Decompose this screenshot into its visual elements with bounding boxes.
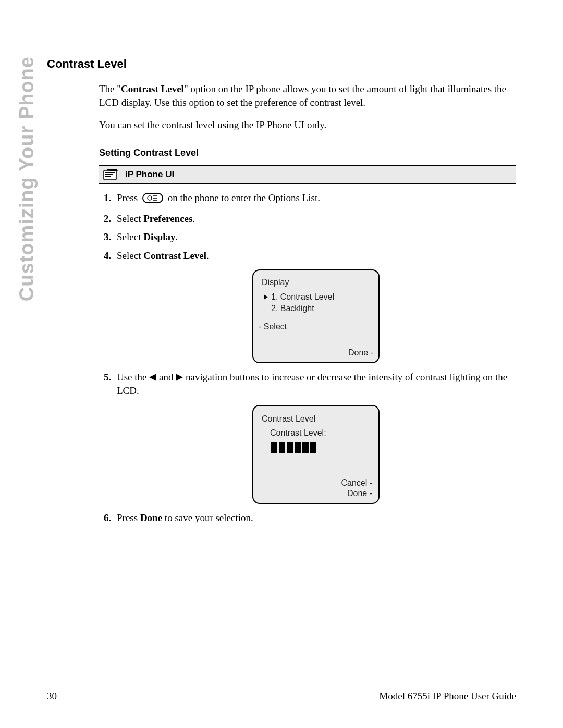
svg-rect-3	[105, 176, 111, 177]
contrast-bar	[295, 442, 301, 453]
lcd-softkey-done: Done -	[259, 347, 373, 359]
step-4: Select Contrast Level. Display 1. Contra…	[114, 249, 516, 364]
contrast-bar	[310, 442, 316, 453]
lcd2-title: Contrast Level	[262, 413, 372, 425]
svg-rect-1	[105, 172, 115, 173]
lcd-menu: 1. Contrast Level 2. Backlight	[264, 291, 373, 314]
intro-paragraph-1: The "Contrast Level" option on the IP ph…	[99, 82, 516, 109]
footer-rule	[47, 683, 516, 683]
steps-list: Press on the phone to enter the Options …	[99, 191, 516, 524]
selection-arrow-icon	[264, 294, 268, 300]
page-content: Contrast Level The "Contrast Level" opti…	[47, 57, 516, 524]
page-footer: 30 Model 6755i IP Phone User Guide	[47, 690, 516, 702]
lcd2-softkeys: Cancel - Done -	[260, 478, 372, 499]
contrast-bar	[271, 442, 277, 453]
phone-ui-icon	[103, 169, 120, 180]
lcd2-label: Contrast Level:	[270, 427, 372, 439]
lcd2-softkey-done: Done -	[260, 488, 372, 499]
step-1: Press on the phone to enter the Options …	[114, 191, 516, 207]
lcd-title: Display	[262, 277, 373, 288]
page-number: 30	[47, 690, 57, 702]
nav-left-icon	[149, 374, 156, 381]
options-button-icon	[142, 193, 163, 207]
step-3: Select Display.	[114, 230, 516, 244]
lcd-display-menu: Display 1. Contrast Level 2. Backlight -…	[252, 269, 380, 363]
intro-block: The "Contrast Level" option on the IP ph…	[99, 82, 516, 132]
nav-right-icon	[176, 374, 183, 381]
contrast-bar	[302, 442, 309, 453]
ui-band: IP Phone UI	[99, 164, 516, 184]
contrast-bars	[271, 442, 372, 453]
ui-band-label: IP Phone UI	[125, 169, 174, 180]
lcd-menu-item-2: 2. Backlight	[264, 303, 373, 314]
step-5: Use the and navigation buttons to increa…	[114, 371, 516, 503]
svg-rect-2	[105, 174, 113, 175]
manual-page: Customizing Your Phone Contrast Level Th…	[0, 0, 563, 728]
contrast-bar	[279, 442, 285, 453]
subsection-title: Setting Contrast Level	[99, 147, 516, 158]
lcd-softkey-select: - Select	[259, 321, 373, 332]
step-6: Press Done to save your selection.	[114, 511, 516, 525]
chapter-side-tab: Customizing Your Phone	[16, 56, 38, 301]
intro-paragraph-2: You can set the contrast level using the…	[99, 118, 516, 132]
lcd2-softkey-cancel: Cancel -	[260, 478, 372, 488]
lcd-contrast-screen: Contrast Level Contrast Level: Cancel - …	[252, 405, 380, 504]
lcd-menu-item-1: 1. Contrast Level	[264, 291, 373, 303]
step-2: Select Preferences.	[114, 212, 516, 226]
contrast-bar	[287, 442, 293, 453]
guide-title: Model 6755i IP Phone User Guide	[379, 690, 516, 702]
section-title: Contrast Level	[47, 57, 516, 71]
